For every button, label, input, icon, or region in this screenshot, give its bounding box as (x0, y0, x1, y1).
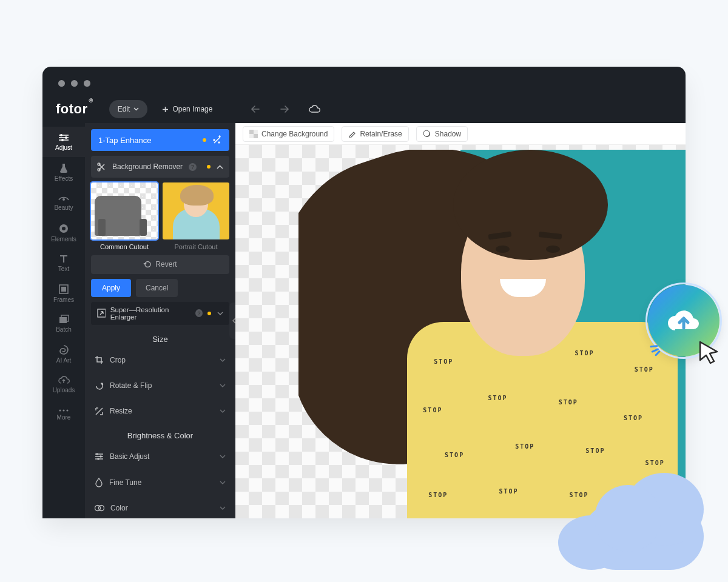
shadow-icon (423, 130, 431, 138)
sidebar-item-frames[interactable]: Frames (42, 278, 85, 309)
window-min-dot[interactable] (71, 80, 78, 87)
cursor-icon (696, 340, 724, 370)
svg-point-3 (62, 198, 65, 201)
tool-label: Resize (110, 407, 132, 415)
info-icon[interactable]: ? (195, 309, 203, 317)
cancel-button[interactable]: Cancel (136, 279, 178, 297)
change-background-button[interactable]: Change Background (243, 126, 334, 142)
sidebar-item-uploads[interactable]: Uploads (42, 369, 85, 400)
canvas-area: Change Background Retain/Erase Shadow (235, 123, 686, 518)
tool-label: Crop (110, 356, 126, 364)
chevron-down-icon (133, 107, 139, 111)
tool-label: Basic Adjust (110, 452, 149, 461)
enlarge-icon (97, 309, 106, 318)
sidebar-item-ai-art[interactable]: AI Art (42, 339, 85, 369)
revert-button[interactable]: Revert (91, 255, 229, 273)
svg-rect-22 (249, 130, 254, 134)
sidebar-item-beauty[interactable]: Beauty (42, 187, 85, 218)
palette-icon (95, 504, 104, 512)
adjust-panel: 1-Tap Enhance Background Remover ? (85, 123, 235, 518)
one-tap-enhance-button[interactable]: 1-Tap Enhance (91, 129, 229, 151)
shapes-icon (58, 223, 69, 234)
sidebar-item-label: Adjust (55, 144, 72, 151)
sidebar-item-text[interactable]: Text (42, 248, 85, 278)
subject-cutout: STOP STOP STOP STOP STOP STOP STOP STOP … (298, 150, 686, 518)
cutout-thumb-common (91, 182, 158, 239)
cutout-label: Portrait Cutout (163, 243, 229, 250)
sidebar-item-more[interactable]: More (42, 400, 85, 430)
open-image-button[interactable]: Open Image (153, 100, 221, 118)
chevron-down-icon (220, 409, 226, 413)
sidebar-item-label: Batch (56, 326, 72, 333)
redo-button[interactable] (273, 105, 296, 113)
tool-sidebar: Adjust Effects Beauty Elements Text Fram… (42, 123, 85, 518)
svg-point-5 (62, 227, 66, 230)
plus-icon (162, 106, 169, 113)
sidebar-item-label: More (57, 414, 71, 421)
cloud-sync-button[interactable] (302, 105, 326, 113)
svg-point-25 (423, 130, 430, 136)
chevron-down-icon (220, 384, 226, 387)
info-icon[interactable]: ? (189, 163, 197, 171)
checker-icon (249, 130, 258, 138)
window-close-dot[interactable] (58, 80, 65, 87)
cloud-icon (308, 105, 320, 113)
eye-icon (58, 194, 70, 202)
magic-wand-icon (212, 135, 222, 145)
color-tool[interactable]: Color (91, 498, 229, 518)
chevron-down-icon (220, 506, 226, 510)
premium-dot-icon (207, 165, 211, 169)
cutout-options: Common Cutout Portrait Cutout (91, 182, 229, 250)
rotate-flip-tool[interactable]: Rotate & Flip (91, 375, 229, 396)
sidebar-item-label: Beauty (54, 204, 73, 211)
cutout-option-portrait[interactable]: Portrait Cutout (163, 182, 229, 250)
edit-label: Edit (118, 105, 130, 113)
open-image-label: Open Image (172, 105, 212, 113)
bg-remover-label: Background Remover (112, 162, 183, 171)
drop-icon (95, 478, 103, 487)
sidebar-item-label: Elements (51, 236, 76, 242)
svg-point-17 (99, 456, 102, 458)
decorative-cloud (558, 473, 716, 570)
tool-label: Rotate & Flip (110, 381, 152, 390)
resize-tool[interactable]: Resize (91, 401, 229, 421)
undo-button[interactable] (244, 105, 267, 113)
sidebar-item-batch[interactable]: Batch (42, 309, 85, 339)
background-remover-header[interactable]: Background Remover ? (91, 156, 229, 178)
brightness-color-header: Brightness & Color (91, 426, 229, 441)
fine-tune-tool[interactable]: Fine Tune (91, 472, 229, 493)
tool-label: Fine Tune (109, 478, 141, 487)
sidebar-item-effects[interactable]: Effects (42, 157, 85, 187)
edit-dropdown[interactable]: Edit (109, 100, 148, 118)
sidebar-item-adjust[interactable]: Adjust (42, 127, 85, 157)
arrow-right-icon (279, 105, 290, 113)
apply-button[interactable]: Apply (91, 279, 131, 297)
sr-label: Super—Resolution Enlarger (110, 306, 190, 321)
svg-point-2 (61, 139, 64, 141)
cutout-option-common[interactable]: Common Cutout (91, 182, 158, 250)
cutout-thumb-portrait (163, 182, 229, 239)
basic-adjust-tool[interactable]: Basic Adjust (91, 446, 229, 467)
svg-point-16 (96, 453, 98, 456)
svg-rect-8 (59, 317, 67, 323)
ellipsis-icon (58, 409, 69, 412)
shadow-button[interactable]: Shadow (416, 126, 468, 142)
sidebar-item-elements[interactable]: Elements (42, 218, 85, 248)
crop-tool[interactable]: Crop (91, 350, 229, 370)
enhance-label: 1-Tap Enhance (98, 136, 151, 145)
tool-label: Color (110, 504, 128, 512)
editing-canvas[interactable]: STOP STOP STOP STOP STOP STOP STOP STOP … (235, 145, 686, 518)
change-bg-label: Change Background (261, 130, 328, 138)
super-resolution-row[interactable]: Super—Resolution Enlarger ? (91, 302, 229, 325)
frame-icon (58, 284, 69, 295)
retain-erase-button[interactable]: Retain/Erase (342, 126, 408, 142)
svg-rect-23 (254, 134, 258, 138)
app-logo: fotor® (45, 101, 103, 117)
crop-icon (95, 355, 104, 364)
svg-point-0 (60, 134, 62, 136)
sidebar-item-label: AI Art (56, 357, 71, 364)
chevron-down-icon (220, 481, 226, 484)
window-traffic-lights (42, 67, 686, 95)
sidebar-item-label: Text (58, 266, 69, 272)
window-max-dot[interactable] (84, 80, 90, 87)
